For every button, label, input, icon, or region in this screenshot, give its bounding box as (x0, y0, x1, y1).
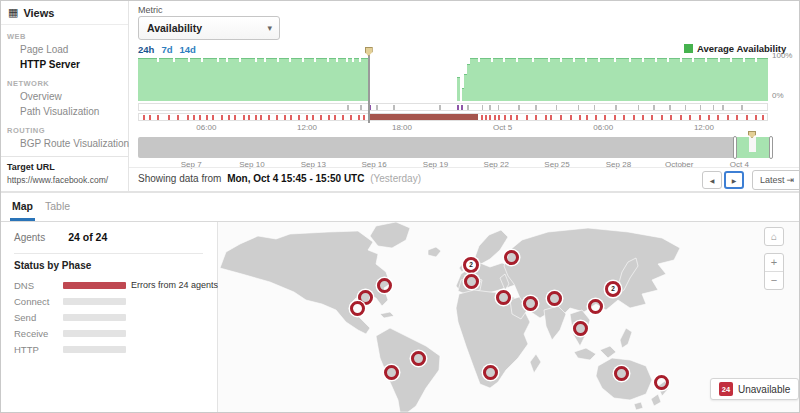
map-marker[interactable] (483, 365, 498, 380)
sidebar-item-page-load[interactable]: Page Load (1, 42, 128, 57)
availability-notch (642, 58, 644, 62)
map-marker[interactable] (464, 274, 479, 289)
error-tick (206, 115, 208, 120)
event-tick (615, 105, 617, 110)
agents-row[interactable]: Agents24 of 24 (14, 231, 107, 243)
error-tick (248, 115, 250, 120)
map-zoom-controls: + − (764, 253, 784, 290)
map-marker[interactable] (588, 299, 603, 314)
map-marker[interactable] (573, 321, 588, 336)
map-marker[interactable] (547, 291, 562, 306)
time-range-7d[interactable]: 7d (161, 44, 172, 55)
availability-notch (532, 58, 534, 62)
target-url-value: https://www.facebook.com/ (7, 175, 122, 185)
event-tick (467, 105, 469, 110)
showing-range: Mon, Oct 4 15:45 - 15:50 UTC (227, 173, 364, 184)
error-tick (306, 115, 308, 120)
timeline-brush[interactable] (138, 137, 771, 158)
zoom-in-button[interactable]: + (765, 254, 783, 272)
map-marker[interactable] (411, 351, 426, 366)
brush-handle-left[interactable] (733, 136, 737, 159)
error-tick (221, 115, 223, 120)
availability-notch (239, 58, 241, 62)
unavailable-label: Unavailable (738, 384, 790, 395)
tab-map[interactable]: Map (10, 200, 35, 221)
time-cursor-handle[interactable] (365, 47, 373, 56)
chevron-down-icon: ▾ (267, 17, 272, 39)
map-marker[interactable] (614, 366, 629, 381)
map-marker[interactable]: 2 (463, 257, 479, 273)
map-marker[interactable] (523, 296, 538, 311)
time-range-24h[interactable]: 24h (138, 44, 154, 55)
sidebar-item-path-visualization[interactable]: Path Visualization (1, 104, 128, 119)
error-tick (526, 115, 528, 120)
sidebar-section-label: WEB (1, 32, 128, 41)
event-tick (713, 105, 715, 110)
phase-label: Connect (14, 296, 49, 307)
availability-plot[interactable] (138, 57, 768, 101)
error-tick (298, 115, 300, 120)
event-tick (653, 105, 655, 110)
availability-notch (516, 58, 518, 62)
showing-data-status: Showing data from Mon, Oct 4 15:45 - 15:… (138, 173, 421, 184)
phase-row: Receive (14, 326, 211, 342)
sidebar-section-label: ROUTING (1, 126, 128, 135)
map-marker[interactable]: 2 (605, 281, 621, 297)
sidebar-item-overview[interactable]: Overview (1, 89, 128, 104)
error-tick (545, 115, 547, 120)
event-strip[interactable] (138, 103, 768, 111)
sidebar-item-http-server[interactable]: HTTP Server (1, 57, 128, 72)
availability-notch (755, 58, 757, 62)
error-strip[interactable] (138, 113, 768, 121)
y-axis-tick-0: 0% (772, 91, 784, 100)
map-marker[interactable] (504, 250, 519, 265)
sidebar-sections: WEBPage LoadHTTP ServerNETWORKOverviewPa… (1, 32, 128, 151)
event-tick (741, 105, 743, 110)
availability-notch (718, 58, 720, 62)
tab-table[interactable]: Table (43, 200, 72, 221)
error-tick (736, 115, 738, 120)
map-marker[interactable] (377, 278, 392, 293)
view-tabs: MapTable (1, 193, 800, 222)
phase-row: HTTP (14, 342, 211, 358)
status-by-phase-title: Status by Phase (14, 260, 91, 271)
latest-button[interactable]: Latest ⇥ (752, 170, 800, 190)
metric-dropdown[interactable]: Availability ▾ (138, 16, 280, 40)
availability-notch (226, 58, 228, 62)
error-tick (604, 115, 606, 120)
event-tick (498, 105, 500, 110)
map-marker[interactable] (384, 365, 399, 380)
sidebar-item-bgp-route-visualization[interactable]: BGP Route Visualization (1, 136, 128, 151)
phase-label: Receive (14, 328, 48, 339)
error-tick (579, 115, 581, 120)
sidebar-section-label: NETWORK (1, 79, 128, 88)
availability-notch (614, 58, 616, 62)
world-map[interactable]: 22 ⌂ + − 24 Unavailable (218, 222, 800, 413)
availability-notch (743, 58, 745, 62)
map-marker[interactable] (496, 290, 511, 305)
error-tick (651, 115, 653, 120)
brush-handle-right[interactable] (769, 136, 773, 159)
map-marker[interactable] (654, 375, 669, 390)
map-marker[interactable] (350, 301, 365, 316)
error-tick (717, 115, 719, 120)
time-range-links: 24h7d14d (138, 44, 203, 55)
prev-round-button[interactable]: ◀ (702, 171, 722, 189)
event-tick-purple (461, 105, 463, 110)
x-tick-label: 18:00 (392, 123, 412, 132)
time-cursor[interactable] (368, 47, 370, 123)
event-tick (439, 105, 441, 110)
error-tick (199, 115, 201, 120)
next-icon: ▶ (732, 177, 737, 184)
x-tick-label: 12:00 (694, 123, 714, 132)
error-tick (516, 115, 518, 120)
zoom-out-button[interactable]: − (765, 272, 783, 290)
event-tick (700, 105, 702, 110)
phase-bar-dns (63, 282, 126, 289)
brush-axis: Sep 7Sep 10Sep 13Sep 16Sep 19Sep 22Sep 2… (138, 160, 771, 170)
next-round-button[interactable]: ▶ (724, 171, 744, 189)
views-title: Views (23, 7, 54, 19)
map-home-button[interactable]: ⌂ (764, 227, 784, 246)
availability-notch (336, 58, 338, 62)
time-range-14d[interactable]: 14d (179, 44, 195, 55)
